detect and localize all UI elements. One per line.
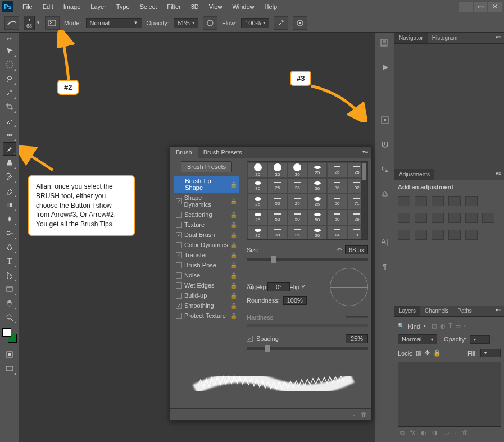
brush-tip-cell[interactable]: 25 <box>288 226 307 240</box>
brush-preset-picker[interactable]: ● 68 <box>24 16 35 30</box>
dock-clonesource-icon[interactable] <box>378 188 392 201</box>
reset-size-icon[interactable]: ↶ <box>337 247 342 254</box>
checkbox[interactable] <box>176 242 182 248</box>
layer-opacity-input[interactable]: ▾ <box>470 335 490 344</box>
close-button[interactable]: ✕ <box>488 2 502 12</box>
brush-setting-noise[interactable]: Noise🔒 <box>174 270 239 280</box>
checkbox[interactable]: ✓ <box>176 252 182 258</box>
menu-file[interactable]: File <box>18 2 37 12</box>
type-tool[interactable]: T <box>3 254 16 268</box>
eyedropper-tool[interactable] <box>3 114 16 127</box>
brush-tip-cell[interactable]: 25 <box>248 194 267 209</box>
adj-chmix-icon[interactable] <box>465 213 478 223</box>
adj-hue-icon[interactable] <box>398 213 410 223</box>
dock-brush-icon[interactable] <box>378 138 392 152</box>
foreground-color-swatch[interactable] <box>2 328 11 337</box>
checkbox[interactable]: ✓ <box>176 198 182 204</box>
brush-setting-smoothing[interactable]: ✓Smoothing🔒 <box>174 300 239 311</box>
filter-adj-icon[interactable]: ◐ <box>440 322 446 330</box>
filter-shape-icon[interactable]: ▭ <box>455 322 461 330</box>
opacity-pressure-icon[interactable] <box>203 16 217 30</box>
new-layer-icon[interactable]: ▫ <box>455 429 457 436</box>
lock-icon[interactable]: 🔒 <box>230 198 237 204</box>
eraser-tool[interactable] <box>3 184 16 198</box>
brush-setting-dual-brush[interactable]: ✓Dual Brush🔒 <box>174 230 239 240</box>
layers-menu-icon[interactable]: ▾≡ <box>493 306 504 316</box>
layer-fx-icon[interactable]: fx <box>410 429 415 436</box>
brush-tip-cell[interactable]: 14 <box>328 226 346 240</box>
brush-tip-cell[interactable]: 50 <box>328 194 346 209</box>
spacing-slider[interactable] <box>247 347 368 350</box>
lock-icon[interactable]: 🔒 <box>230 262 237 268</box>
dock-history-icon[interactable] <box>378 36 392 49</box>
brush-tip-cell[interactable]: 50 <box>268 194 287 209</box>
brush-tool[interactable] <box>3 142 16 156</box>
lock-icon[interactable]: 🔒 <box>230 293 237 299</box>
blend-mode-select[interactable]: Normal▼ <box>86 18 142 28</box>
healing-tool[interactable] <box>3 128 16 142</box>
brush-tip-cell[interactable]: 30 <box>268 226 287 240</box>
tool-preset-icon[interactable] <box>4 16 19 30</box>
layer-fill-input[interactable]: ▾ <box>480 349 501 357</box>
new-fill-icon[interactable]: ◑ <box>432 429 438 436</box>
lock-icon[interactable]: 🔒 <box>230 212 237 218</box>
blur-tool[interactable] <box>3 212 16 226</box>
tab-brush[interactable]: Brush <box>170 147 198 158</box>
brush-tip-grid[interactable]: 3030302525253625363636322550252550712550… <box>247 161 368 240</box>
checkbox[interactable] <box>176 222 182 228</box>
layer-mask-icon[interactable]: ◐ <box>421 429 426 436</box>
brush-setting-brush-tip-shape[interactable]: Brush Tip Shape🔒 <box>174 176 239 193</box>
shape-tool[interactable] <box>3 282 16 296</box>
filter-smart-icon[interactable]: ▫ <box>464 322 466 330</box>
brush-tip-cell[interactable]: 50 <box>308 210 326 225</box>
marquee-tool[interactable] <box>3 58 16 71</box>
brush-setting-wet-edges[interactable]: Wet Edges🔒 <box>174 280 239 290</box>
menu-window[interactable]: Window <box>228 2 258 12</box>
lock-icon[interactable]: 🔒 <box>230 242 237 248</box>
delete-brush-icon[interactable]: 🗑 <box>361 411 367 418</box>
menu-view[interactable]: View <box>205 2 227 12</box>
brush-setting-shape-dynamics[interactable]: ✓Shape Dynamics🔒 <box>174 193 239 209</box>
brush-tip-cell[interactable]: 50 <box>328 210 346 225</box>
dock-properties-icon[interactable] <box>378 113 392 127</box>
menu-type[interactable]: Type <box>112 2 134 12</box>
angle-control[interactable] <box>330 268 368 306</box>
size-slider[interactable] <box>247 258 368 261</box>
tab-navigator[interactable]: Navigator <box>394 33 428 43</box>
checkbox[interactable] <box>176 293 182 299</box>
tab-channels[interactable]: Channels <box>420 306 453 316</box>
checkbox[interactable]: ✓ <box>176 232 182 238</box>
menu-image[interactable]: Image <box>59 2 85 12</box>
adj-vibrance-icon[interactable] <box>465 196 478 206</box>
checkbox[interactable] <box>176 262 182 268</box>
brush-tip-cell[interactable]: 25 <box>328 163 346 177</box>
lock-icon[interactable]: 🔒 <box>230 232 237 238</box>
dock-paragraph-icon[interactable]: ¶ <box>378 259 392 273</box>
dock-character-icon[interactable]: A| <box>378 235 392 248</box>
adjustments-menu-icon[interactable]: ▾≡ <box>493 169 504 180</box>
dodge-tool[interactable] <box>3 226 16 240</box>
lock-icon[interactable]: 🔒 <box>230 303 237 309</box>
new-brush-icon[interactable]: ▫ <box>353 411 355 418</box>
brush-setting-build-up[interactable]: Build-up🔒 <box>174 290 239 300</box>
checkbox[interactable] <box>176 282 182 289</box>
adj-selcolor-icon[interactable] <box>465 230 478 240</box>
tab-histogram[interactable]: Histogram <box>428 33 462 43</box>
size-input[interactable]: 68 px <box>345 245 368 254</box>
airbrush-icon[interactable] <box>274 16 288 30</box>
brush-tip-cell[interactable]: 25 <box>288 194 307 209</box>
checkbox[interactable] <box>176 313 182 319</box>
gradient-tool[interactable] <box>3 198 16 212</box>
zoom-tool[interactable] <box>3 311 16 324</box>
lock-icon[interactable]: 🔒 <box>230 272 237 279</box>
adj-bw-icon[interactable] <box>432 213 444 223</box>
menu-3d[interactable]: 3D <box>187 2 203 12</box>
move-tool[interactable] <box>3 44 16 57</box>
panel-menu-icon[interactable]: ▾≡ <box>359 147 371 158</box>
tab-brush-presets[interactable]: Brush Presets <box>198 147 248 158</box>
brush-grid-scrollbar[interactable] <box>361 162 367 239</box>
brush-tip-cell[interactable]: 25 <box>248 210 267 225</box>
menu-edit[interactable]: Edit <box>38 2 58 12</box>
lock-icon[interactable]: 🔒 <box>230 282 237 289</box>
menu-filter[interactable]: Filter <box>162 2 185 12</box>
